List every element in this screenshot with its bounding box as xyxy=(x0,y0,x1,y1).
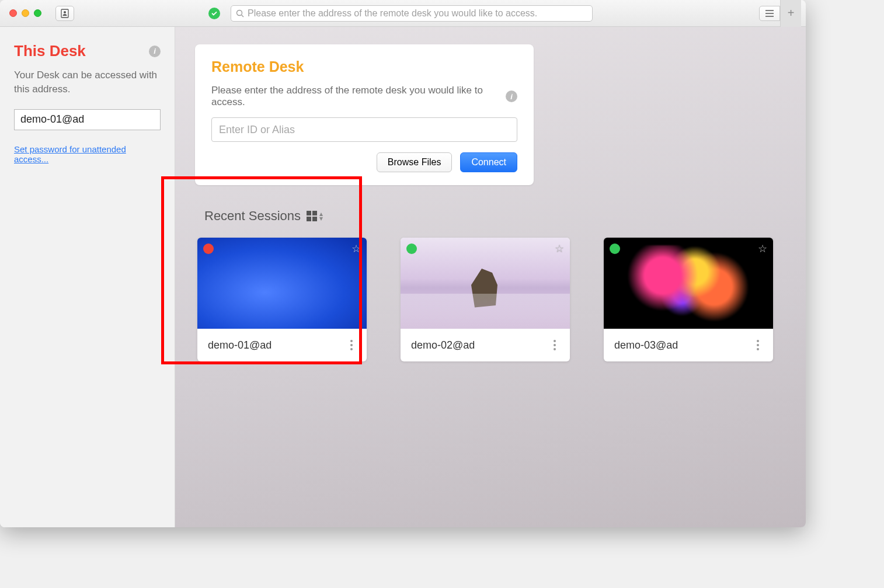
session-label: demo-02@ad xyxy=(411,339,475,352)
favorite-star-icon[interactable]: ☆ xyxy=(758,242,767,255)
address-book-button[interactable] xyxy=(55,6,74,21)
connection-status-icon xyxy=(208,8,220,19)
status-dot-offline xyxy=(203,243,214,254)
fullscreen-window-button[interactable] xyxy=(34,9,41,17)
session-card[interactable]: ☆ demo-03@ad xyxy=(604,238,773,361)
recent-sessions-section: Recent Sessions ▴▾ ☆ demo-01@a xyxy=(193,208,788,361)
recent-sessions-title: Recent Sessions xyxy=(204,208,301,224)
remote-address-input[interactable] xyxy=(211,117,517,142)
session-thumbnail: ☆ xyxy=(604,238,773,329)
hamburger-icon xyxy=(765,10,774,17)
minimize-window-button[interactable] xyxy=(22,9,29,17)
session-label: demo-01@ad xyxy=(208,339,272,352)
content-area: This Desk i Your Desk can be accessed wi… xyxy=(0,27,806,527)
this-desk-address-input[interactable] xyxy=(14,109,161,130)
session-card[interactable]: ☆ demo-02@ad xyxy=(401,238,570,361)
favorite-star-icon[interactable]: ☆ xyxy=(351,242,361,255)
titlebar: + xyxy=(0,0,806,27)
session-card[interactable]: ☆ demo-01@ad xyxy=(197,238,367,361)
search-icon xyxy=(236,9,244,18)
status-dot-online xyxy=(406,243,417,254)
chevron-updown-icon: ▴▾ xyxy=(319,211,323,221)
window-controls xyxy=(5,9,41,17)
address-search-field[interactable] xyxy=(231,5,593,22)
main-area: Remote Desk Please enter the address of … xyxy=(175,27,806,527)
connect-button[interactable]: Connect xyxy=(460,152,517,172)
this-desk-desc: Your Desk can be accessed with this addr… xyxy=(14,68,161,96)
status-dot-online xyxy=(610,243,620,254)
sidebar: This Desk i Your Desk can be accessed wi… xyxy=(0,27,175,527)
svg-line-3 xyxy=(242,15,244,17)
menu-button[interactable] xyxy=(759,6,780,21)
address-search-input[interactable] xyxy=(248,8,587,19)
this-desk-title: This Desk xyxy=(14,42,86,60)
new-tab-button[interactable]: + xyxy=(780,0,801,27)
view-mode-toggle[interactable]: ▴▾ xyxy=(307,211,323,221)
favorite-star-icon[interactable]: ☆ xyxy=(555,242,564,255)
remote-desk-title: Remote Desk xyxy=(211,58,517,75)
session-cards-row: ☆ demo-01@ad ☆ xyxy=(193,238,788,361)
session-thumbnail: ☆ xyxy=(197,238,367,329)
this-desk-info-icon[interactable]: i xyxy=(149,46,161,57)
remote-desk-card: Remote Desk Please enter the address of … xyxy=(195,44,534,185)
grid-view-icon xyxy=(307,211,317,221)
browse-files-button[interactable]: Browse Files xyxy=(377,152,453,172)
address-book-icon xyxy=(60,9,69,18)
session-label: demo-03@ad xyxy=(614,339,678,352)
remote-desk-desc: Please enter the address of the remote d… xyxy=(211,85,499,108)
svg-point-2 xyxy=(237,10,242,15)
set-password-link[interactable]: Set password for unattended access... xyxy=(14,144,161,164)
remote-desk-info-icon[interactable]: i xyxy=(506,91,517,102)
close-window-button[interactable] xyxy=(9,9,17,17)
plus-icon: + xyxy=(788,6,795,20)
app-window: + This Desk i Your Desk can be accessed … xyxy=(0,0,806,527)
session-more-button[interactable] xyxy=(347,336,356,354)
session-more-button[interactable] xyxy=(753,336,763,354)
session-thumbnail: ☆ xyxy=(401,238,570,329)
svg-point-1 xyxy=(64,11,66,13)
session-more-button[interactable] xyxy=(550,336,559,354)
